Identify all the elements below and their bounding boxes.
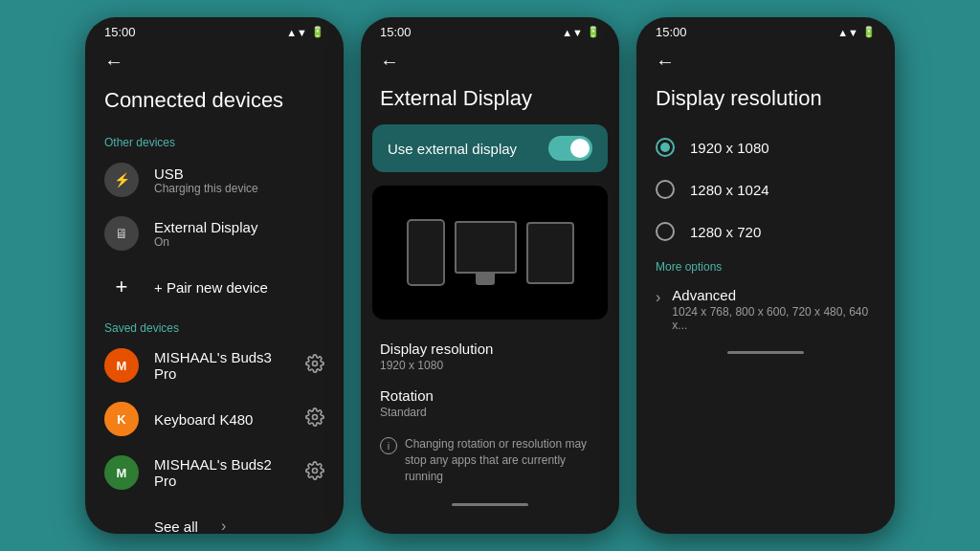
toggle-knob	[570, 139, 590, 158]
advanced-title: Advanced	[672, 287, 876, 303]
external-display-item[interactable]: 🖥 External Display On	[85, 207, 344, 260]
buds3-item[interactable]: M MISHAAL's Buds3 Pro	[85, 339, 344, 392]
resolution-1920-label: 1920 x 1080	[690, 140, 769, 156]
usb-item[interactable]: ⚡ USB Charging this device	[85, 153, 344, 207]
display-resolution-row[interactable]: Display resolution 1920 x 1080	[361, 333, 619, 380]
usb-title: USB	[154, 165, 258, 182]
svg-point-2	[313, 468, 318, 473]
keyboard-icon: K	[104, 402, 139, 436]
status-bar-1: 15:00 ▲▼ 🔋	[85, 17, 344, 43]
phone-frame-3: 15:00 ▲▼ 🔋 ← Display resolution 1920 x 1…	[636, 17, 895, 534]
saved-devices-label: Saved devices	[85, 314, 344, 339]
usb-subtitle: Charging this device	[154, 182, 258, 195]
advanced-text: Advanced 1024 x 768, 800 x 600, 720 x 48…	[672, 287, 876, 332]
phone-frame-2: 15:00 ▲▼ 🔋 ← External Display Use extern…	[361, 17, 619, 534]
svg-point-1	[313, 414, 318, 419]
see-all-label: See all	[154, 518, 198, 535]
status-icons-1: ▲▼ 🔋	[286, 26, 324, 38]
svg-point-0	[313, 361, 318, 365]
bottom-bar-2	[452, 503, 528, 506]
info-note-text: Changing rotation or resolution may stop…	[405, 436, 600, 484]
rotation-row[interactable]: Rotation Standard	[361, 380, 619, 427]
rotation-title: Rotation	[380, 387, 600, 404]
see-all-chevron-icon: ›	[221, 518, 226, 534]
signal-icon-2: ▲▼	[562, 27, 583, 38]
keyboard-item[interactable]: K Keyboard K480	[85, 392, 344, 446]
buds3-title: MISHAAL's Buds3 Pro	[154, 349, 290, 382]
preview-phone-icon	[407, 219, 445, 286]
page-title-3: Display resolution	[636, 77, 895, 126]
display-preview	[372, 186, 608, 320]
toggle-row[interactable]: Use external display	[372, 124, 608, 172]
buds3-gear-icon[interactable]	[305, 354, 324, 378]
external-display-title: External Display	[154, 219, 257, 235]
other-devices-label: Other devices	[85, 128, 344, 153]
preview-tablet-icon	[526, 222, 574, 284]
radio-1280-1024-icon	[656, 180, 675, 199]
status-time-3: 15:00	[656, 25, 687, 39]
screen1-content: Connected devices Other devices ⚡ USB Ch…	[85, 77, 344, 534]
radio-1920-icon	[656, 138, 675, 157]
info-icon: i	[380, 437, 397, 454]
resolution-1280-1024-item[interactable]: 1280 x 1024	[636, 168, 895, 210]
buds2-gear-icon[interactable]	[305, 461, 324, 485]
display-resolution-title: Display resolution	[380, 341, 600, 357]
resolution-1920-item[interactable]: 1920 x 1080	[636, 126, 895, 168]
keyboard-title: Keyboard K480	[154, 411, 253, 428]
screen2-content: External Display Use external display Di…	[361, 77, 619, 534]
buds2-icon: M	[104, 455, 139, 490]
preview-monitors	[455, 221, 517, 285]
external-display-text: External Display On	[154, 219, 257, 249]
status-time-2: 15:00	[380, 25, 412, 39]
rotation-value: Standard	[380, 406, 600, 419]
bottom-bar-3	[727, 351, 804, 354]
see-all-item[interactable]: See all ›	[85, 499, 344, 534]
page-title-2: External Display	[361, 77, 619, 124]
battery-icon-2: 🔋	[587, 26, 600, 38]
resolution-1280-1024-label: 1280 x 1024	[690, 182, 769, 198]
pair-plus-icon: +	[104, 270, 139, 304]
radio-dot-1920	[660, 143, 670, 152]
usb-icon: ⚡	[104, 163, 139, 197]
status-bar-2: 15:00 ▲▼ 🔋	[361, 17, 619, 43]
pair-new-item[interactable]: + + Pair new device	[85, 260, 344, 314]
buds2-title: MISHAAL's Buds2 Pro	[154, 456, 290, 489]
pair-new-label: + Pair new device	[154, 279, 268, 296]
radio-1280-720-icon	[656, 222, 675, 241]
see-all-spacer	[104, 509, 139, 534]
advanced-item[interactable]: › Advanced 1024 x 768, 800 x 600, 720 x …	[636, 277, 895, 342]
usb-text: USB Charging this device	[154, 165, 258, 195]
keyboard-gear-icon[interactable]	[305, 408, 324, 431]
resolution-1280-720-item[interactable]: 1280 x 720	[636, 210, 895, 253]
external-display-subtitle: On	[154, 235, 257, 249]
back-button-2[interactable]: ←	[361, 43, 619, 77]
status-icons-2: ▲▼ 🔋	[562, 26, 600, 38]
status-bar-3: 15:00 ▲▼ 🔋	[636, 17, 895, 43]
toggle-switch[interactable]	[548, 136, 592, 161]
screen3-content: Display resolution 1920 x 1080 1280 x 10…	[636, 77, 895, 534]
phone-frame-1: 15:00 ▲▼ 🔋 ← Connected devices Other dev…	[85, 17, 344, 534]
buds2-item[interactable]: M MISHAAL's Buds2 Pro	[85, 446, 344, 499]
chevron-down-icon: ›	[656, 289, 660, 306]
resolution-1280-720-label: 1280 x 720	[690, 224, 761, 240]
buds3-text: MISHAAL's Buds3 Pro	[154, 349, 290, 382]
display-icon: 🖥	[104, 216, 139, 251]
more-options-label: More options	[636, 253, 895, 277]
preview-monitor-icon	[455, 221, 517, 274]
signal-icon-1: ▲▼	[286, 27, 307, 38]
back-button-3[interactable]: ←	[636, 43, 895, 77]
advanced-subtitle: 1024 x 768, 800 x 600, 720 x 480, 640 x.…	[672, 305, 876, 332]
status-icons-3: ▲▼ 🔋	[837, 26, 876, 38]
toggle-label: Use external display	[388, 141, 517, 157]
page-title-1: Connected devices	[85, 77, 344, 128]
keyboard-text: Keyboard K480	[154, 411, 253, 428]
battery-icon-1: 🔋	[311, 26, 324, 38]
buds3-icon: M	[104, 348, 139, 383]
back-button-1[interactable]: ←	[85, 43, 344, 77]
display-resolution-value: 1920 x 1080	[380, 359, 600, 372]
info-note: i Changing rotation or resolution may st…	[361, 427, 619, 494]
buds2-text: MISHAAL's Buds2 Pro	[154, 456, 290, 489]
signal-icon-3: ▲▼	[837, 27, 858, 38]
status-time-1: 15:00	[104, 25, 136, 39]
battery-icon-3: 🔋	[862, 26, 876, 38]
